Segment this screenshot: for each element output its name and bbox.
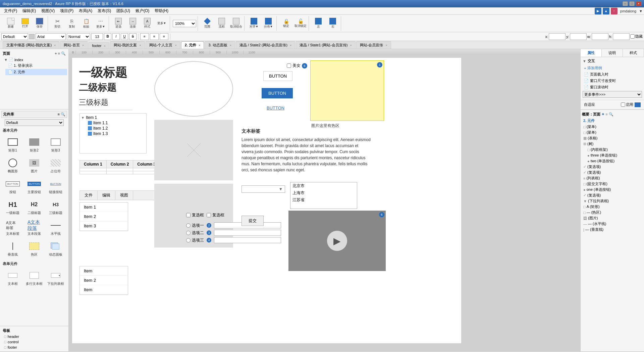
list-widget-left[interactable]: Item 1 Item 2 Item 3 (79, 202, 128, 231)
widget-link-button[interactable]: BUTTON链接按钮 (46, 177, 66, 196)
y-input[interactable] (570, 33, 587, 40)
ungroup-button[interactable]: 取消组合 (229, 17, 243, 30)
hidden-checkbox[interactable] (630, 34, 635, 39)
submit-button[interactable]: 提交 (241, 216, 264, 226)
unlock-button[interactable]: 🔓 取消锁定 (294, 17, 307, 30)
list-item-1[interactable]: Item 1 (80, 203, 128, 212)
align-right-button[interactable]: ≡ (160, 33, 168, 40)
outline-item-radio-three[interactable]: ●three (单选按钮) (582, 152, 643, 158)
button2[interactable]: BUTTON (262, 88, 293, 98)
widget-vline[interactable]: 垂直线 (3, 239, 23, 259)
widget-h2[interactable]: H2二级标题 (24, 197, 44, 217)
widget-text-para[interactable]: A文本段落文本段落 (24, 218, 44, 238)
tab-properties[interactable]: 属性 (581, 49, 602, 57)
outline-item-iframe[interactable]: □(内联框架) (582, 147, 643, 152)
outline-item-table[interactable]: ▦(表格) (582, 135, 643, 141)
distribute-button[interactable]: 分布▼ (262, 17, 275, 30)
listbox-item-3[interactable]: 江苏省 (290, 196, 357, 204)
italic-button[interactable]: I (112, 33, 120, 40)
radio-input-2[interactable] (214, 230, 281, 236)
h1-heading[interactable]: 一级标题 (79, 64, 127, 81)
widget-oval[interactable]: 椭圆形 (3, 156, 23, 175)
outline-item-hline[interactable]: —— (水平线) (582, 221, 643, 227)
tab-7[interactable]: 液晶 / State2 (网站-会员宣传) × (236, 41, 295, 49)
font-size-input[interactable] (91, 33, 103, 40)
align-center-button[interactable]: ≡ (150, 33, 159, 40)
hmenu-item-view[interactable]: 视图 (115, 191, 133, 200)
cut-button[interactable]: ✂ 剪切 (51, 17, 64, 30)
copy-button[interactable]: ⎘ 复制 (65, 17, 78, 30)
horizontal-menu[interactable]: 文件 编辑 视图 (79, 190, 160, 200)
widget-textbox[interactable]: 文本框 (3, 268, 23, 288)
widget-image[interactable]: 🖼图片 (24, 156, 44, 175)
widget-text-label[interactable]: A文本标签文本标签 (3, 218, 23, 238)
outline-item-submit[interactable]: □(提交文字框) (582, 181, 643, 187)
outline-item-radio-two[interactable]: ●two (单选按钮) (582, 158, 643, 164)
tab-description[interactable]: 说明 (602, 49, 623, 57)
outline-item-vline[interactable]: |— (垂直线) (582, 227, 643, 232)
event-window-scroll[interactable]: 📄 窗口滚动时 (583, 84, 642, 90)
checkbox2[interactable] (207, 213, 211, 217)
list-widget-bottom[interactable]: Item Item 2 Item (79, 266, 128, 295)
underline-button[interactable]: U (121, 33, 128, 40)
menu-publish[interactable]: 发布(S) (95, 7, 114, 14)
bold-button[interactable]: B (104, 33, 111, 40)
hmenu-item-edit[interactable]: 编辑 (98, 191, 115, 200)
listbox-item-2[interactable]: 上海市 (290, 189, 357, 196)
radio-input-3[interactable] (214, 237, 281, 243)
tab-0[interactable]: 文案中继器 (网站-我的文案) × (3, 41, 59, 49)
oval-shape[interactable] (154, 61, 233, 117)
new-button[interactable]: 新建 (4, 17, 17, 30)
outline-item-check1[interactable]: ✓(复选项) (582, 164, 643, 170)
page-tree-search-button[interactable]: 🔍 (61, 51, 66, 56)
menu-project[interactable]: 项目(P) (57, 7, 76, 14)
lock-button[interactable]: 🔒 锁定 (279, 17, 293, 30)
page-style-icon[interactable] (29, 34, 35, 39)
tree-widget[interactable]: ▼ Item 1 Item 1.1 Item 1.2 Item 1.3 (79, 113, 147, 153)
page-tree-item-2[interactable]: 📄 2. 元件 (5, 69, 67, 75)
preview-button[interactable]: ▶ (595, 8, 601, 14)
widget-hotspot[interactable]: 热区 (24, 239, 44, 259)
zoom-select[interactable]: 100% 75% 50% 150% 200% (173, 20, 196, 27)
tree-item-1-2[interactable]: Item 1.2 (88, 126, 145, 131)
list-item-2[interactable]: Item 2 (80, 212, 128, 221)
outline-item-check2[interactable]: ✓(复选项) (582, 170, 643, 175)
widget-hline[interactable]: 水平线 (46, 218, 66, 238)
menu-account[interactable]: 账户(O) (133, 7, 152, 14)
canvas-area[interactable]: 0 100 200 300 400 500 600 700 800 900 10… (69, 49, 580, 351)
event-page-load[interactable]: 📄 页面载入时 (583, 71, 642, 78)
master-header[interactable]: □header (1, 334, 67, 339)
menu-file[interactable]: 文件(F) (1, 7, 20, 14)
hmenu-item-file[interactable]: 文件 (80, 191, 98, 200)
master-footer[interactable]: □footer (1, 345, 67, 350)
publish-button[interactable]: ▲ (603, 8, 609, 14)
list-item-bottom-3[interactable]: Item (80, 285, 128, 295)
tree-root-item[interactable]: ▼ Item 1 (81, 115, 145, 120)
radio1[interactable] (186, 223, 191, 228)
list-item-3[interactable]: Item 3 (80, 221, 128, 231)
radio2[interactable] (186, 231, 191, 235)
page-tree-item-1[interactable]: 📄 1. 登录演示 (5, 62, 67, 69)
button-link[interactable]: BUTTON (267, 105, 284, 111)
save-button[interactable]: 保存 (33, 17, 46, 30)
page-tree-item-index[interactable]: ▼ 📄 index (1, 57, 67, 62)
tab-1[interactable]: 网站-首页 × (60, 41, 88, 49)
flow-button[interactable]: 流程 (215, 17, 228, 30)
menu-view[interactable]: 视图(V) (39, 7, 57, 14)
text-label-title[interactable]: 文本标签 (241, 128, 260, 134)
search-outline-icon[interactable]: 🔍 (609, 112, 613, 116)
listbox-widget[interactable]: 北京市 上海市 江苏省 (290, 182, 357, 209)
play-button[interactable]: ▶ (327, 231, 347, 251)
more2-button[interactable]: 更多▼ (155, 17, 168, 30)
tab-2[interactable]: footer × (88, 42, 109, 49)
h2-heading[interactable]: 二级标题 (79, 81, 116, 94)
widget-rect1[interactable]: 矩形1 (3, 135, 23, 155)
widget-rect3[interactable]: 矩形3 (46, 135, 66, 155)
reverse-select-button[interactable]: ⇤ 逆选 (112, 17, 125, 30)
outline-item-image[interactable]: 🖼(图片) (582, 215, 643, 221)
library-menu-button[interactable]: ≡ (58, 112, 60, 117)
tab-4[interactable]: 网站-个人主页 × (146, 41, 180, 49)
h-input[interactable] (613, 33, 630, 40)
menu-edit[interactable]: 编辑(E) (20, 7, 39, 14)
more-events-select[interactable]: 更多事件>>> (583, 91, 642, 98)
